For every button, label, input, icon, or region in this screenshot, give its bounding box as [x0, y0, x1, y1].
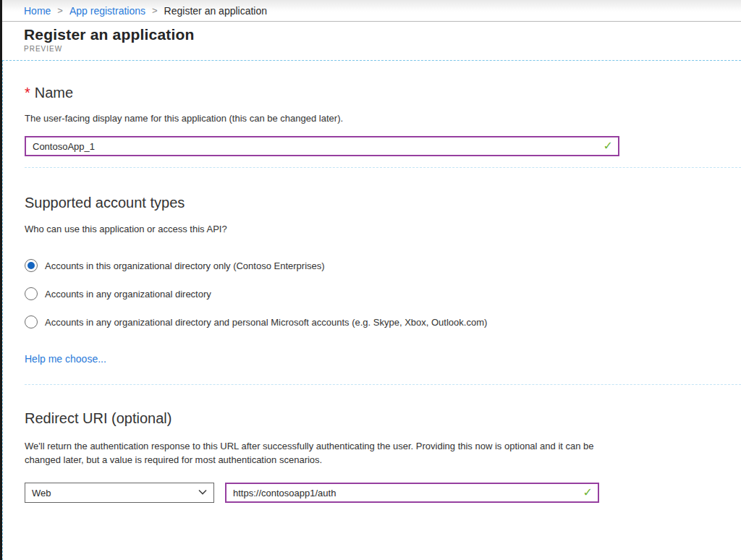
blade-content: *Name The user-facing display name for t…: [2, 60, 741, 560]
radio-any-org-directory[interactable]: Accounts in any organizational directory: [25, 287, 741, 300]
redirect-uri-description: We'll return the authentication response…: [25, 439, 607, 467]
radio-label: Accounts in this organizational director…: [45, 260, 325, 271]
radio-any-org-and-personal[interactable]: Accounts in any organizational directory…: [25, 315, 741, 328]
radio-org-directory-only[interactable]: Accounts in this organizational director…: [25, 259, 741, 272]
page-title: Register an application: [24, 26, 741, 43]
account-types-question: Who can use this application or access t…: [25, 224, 741, 234]
platform-select-value: Web: [32, 488, 51, 499]
breadcrumb-separator-icon: >: [152, 5, 158, 16]
breadcrumb-current: Register an application: [164, 5, 267, 17]
breadcrumb: Home > App registrations > Register an a…: [2, 0, 741, 22]
app-name-input[interactable]: [25, 136, 619, 156]
name-section-title: *Name: [25, 85, 741, 101]
radio-label: Accounts in any organizational directory: [45, 289, 211, 300]
name-description: The user-facing display name for this ap…: [25, 113, 741, 124]
breadcrumb-app-registrations[interactable]: App registrations: [69, 5, 145, 17]
preview-badge: PREVIEW: [24, 45, 741, 53]
name-section-title-text: Name: [35, 85, 73, 101]
radio-button-icon: [25, 315, 38, 328]
help-me-choose-link[interactable]: Help me choose...: [25, 353, 106, 365]
account-types-title: Supported account types: [25, 195, 741, 211]
section-divider: [25, 167, 741, 168]
redirect-uri-row: Web ✓: [25, 483, 741, 503]
platform-select[interactable]: Web: [25, 483, 214, 503]
radio-button-icon: [25, 287, 38, 300]
chevron-down-icon: [198, 488, 207, 496]
blade-left-edge: [0, 0, 2, 560]
redirect-uri-input[interactable]: [225, 483, 599, 503]
register-application-blade: Home > App registrations > Register an a…: [0, 0, 741, 560]
breadcrumb-separator-icon: >: [57, 5, 63, 16]
blade-header: Register an application PREVIEW: [2, 22, 741, 60]
radio-button-icon: [25, 259, 38, 272]
account-types-radio-group: Accounts in this organizational director…: [25, 259, 741, 328]
breadcrumb-home[interactable]: Home: [24, 5, 51, 17]
redirect-uri-title: Redirect URI (optional): [25, 410, 741, 427]
radio-label: Accounts in any organizational directory…: [45, 317, 487, 328]
section-divider: [25, 384, 741, 385]
required-marker: *: [25, 85, 30, 101]
